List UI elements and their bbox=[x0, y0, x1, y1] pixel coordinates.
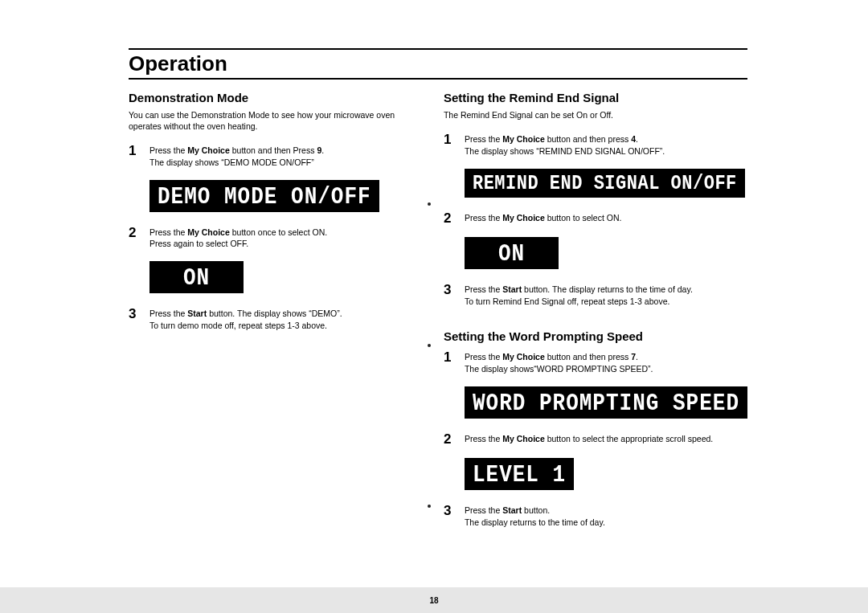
step-text: Press the Start button. The display retu… bbox=[465, 282, 693, 307]
display-level: LEVEL 1 bbox=[465, 458, 574, 490]
step-number: 2 bbox=[444, 210, 465, 227]
lcd-text: REMIND END SIGNAL ON/OFF bbox=[473, 174, 737, 194]
lcd-text: ON bbox=[498, 242, 525, 266]
page-number: 18 bbox=[0, 596, 868, 605]
hole-punch-icon bbox=[428, 202, 431, 206]
right-column: Setting the Remind End Signal The Remind… bbox=[444, 91, 747, 535]
lcd-text: DEMO MODE ON/OFF bbox=[158, 185, 371, 209]
step-number: 1 bbox=[129, 143, 149, 159]
step-text: Press the My Choice button once to selec… bbox=[149, 225, 327, 250]
left-step-3: 3 Press the Start button. The display sh… bbox=[129, 306, 423, 331]
two-columns: Demonstration Mode You can use the Demon… bbox=[129, 91, 747, 535]
step-number: 3 bbox=[444, 503, 465, 519]
step-text: Press the My Choice button and then pres… bbox=[465, 349, 653, 374]
display-on-2: ON bbox=[465, 237, 559, 269]
step-number: 2 bbox=[129, 225, 149, 241]
right1-step-2: 2 Press the My Choice button to select O… bbox=[444, 210, 747, 227]
left-step-1: 1 Press the My Choice button and then Pr… bbox=[129, 143, 423, 168]
left-step-2: 2 Press the My Choice button once to sel… bbox=[129, 225, 423, 250]
step-text: Press the Start button. The display show… bbox=[149, 306, 342, 331]
hole-punch-icon bbox=[428, 505, 431, 508]
step-number: 2 bbox=[444, 431, 465, 447]
right-subhead-1: Setting the Remind End Signal bbox=[444, 91, 747, 104]
rule-top bbox=[129, 48, 747, 50]
lcd-text: WORD PROMPTING SPEED bbox=[473, 391, 739, 415]
right2-step-3: 3 Press the Start button. The display re… bbox=[444, 503, 747, 528]
step-text: Press the My Choice button to select the… bbox=[465, 431, 713, 445]
right-subhead-2: Setting the Word Prompting Speed bbox=[444, 329, 747, 343]
display-on: ON bbox=[149, 261, 244, 293]
display-demo-mode: DEMO MODE ON/OFF bbox=[149, 180, 379, 212]
left-subhead: Demonstration Mode bbox=[129, 91, 423, 104]
right-intro-1: The Remind End Signal can be set On or O… bbox=[444, 109, 747, 121]
right2-step-2: 2 Press the My Choice button to select t… bbox=[444, 431, 747, 447]
lcd-text: ON bbox=[183, 266, 210, 290]
lcd-text: LEVEL 1 bbox=[473, 463, 566, 487]
step-number: 3 bbox=[129, 306, 149, 322]
right1-step-3: 3 Press the Start button. The display re… bbox=[444, 282, 747, 307]
hole-punch-icon bbox=[428, 344, 431, 347]
left-column: Demonstration Mode You can use the Demon… bbox=[129, 91, 423, 535]
step-number: 1 bbox=[444, 349, 465, 366]
manual-page: Operation Demonstration Mode You can use… bbox=[0, 0, 868, 613]
left-intro: You can use the Demonstration Mode to se… bbox=[129, 109, 423, 132]
right2-step-1: 1 Press the My Choice button and then pr… bbox=[444, 349, 747, 374]
step-text: Press the My Choice button to select ON. bbox=[465, 210, 622, 224]
rule-bottom bbox=[129, 78, 747, 80]
step-text: Press the Start button. The display retu… bbox=[465, 503, 605, 528]
step-number: 3 bbox=[444, 282, 465, 298]
right1-step-1: 1 Press the My Choice button and then pr… bbox=[444, 132, 747, 157]
step-text: Press the My Choice button and then pres… bbox=[465, 132, 665, 157]
page-title: Operation bbox=[129, 51, 747, 76]
display-remind-end: REMIND END SIGNAL ON/OFF bbox=[465, 169, 745, 198]
display-word-prompt: WORD PROMPTING SPEED bbox=[465, 386, 747, 419]
step-number: 1 bbox=[444, 132, 465, 148]
step-text: Press the My Choice button and then Pres… bbox=[149, 143, 324, 168]
